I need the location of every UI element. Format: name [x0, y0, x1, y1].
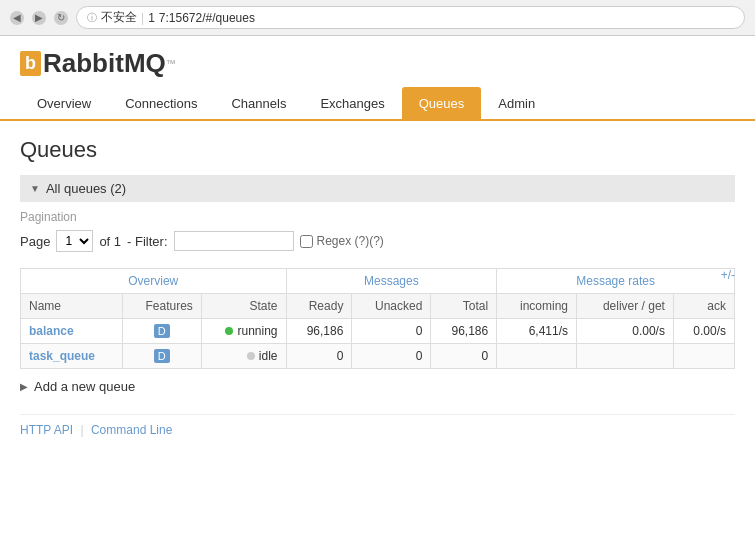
col-header-state: State	[201, 294, 286, 319]
logo-tm: ™	[166, 58, 176, 69]
regex-text: Regex (?)(?)	[317, 234, 384, 248]
security-icon: ⓘ	[87, 11, 97, 25]
plus-minus-toggle[interactable]: +/-	[721, 268, 735, 282]
filter-label: - Filter:	[127, 234, 167, 249]
reload-button[interactable]: ↻	[54, 11, 68, 25]
queue-name[interactable]: task_queue	[21, 344, 123, 369]
queue-features: D	[122, 344, 201, 369]
nav-overview[interactable]: Overview	[20, 87, 108, 119]
queue-ready: 0	[286, 344, 352, 369]
queue-ready: 96,186	[286, 319, 352, 344]
table-row: balance D running 96,186 0 96,186 6,411/…	[21, 319, 735, 344]
col-header-ack: ack	[673, 294, 734, 319]
col-header-total: Total	[431, 294, 497, 319]
col-header-incoming: incoming	[497, 294, 577, 319]
queues-table: Overview Messages Message rates Name Fea…	[20, 268, 735, 369]
col-group-messages: Messages	[286, 269, 497, 294]
status-dot-green	[225, 327, 233, 335]
nav-channels[interactable]: Channels	[214, 87, 303, 119]
queue-total: 0	[431, 344, 497, 369]
back-button[interactable]: ◀	[10, 11, 24, 25]
tab-label: 1	[148, 11, 155, 25]
add-queue-section[interactable]: ▶ Add a new queue	[20, 379, 735, 394]
queue-total: 96,186	[431, 319, 497, 344]
site-header: b RabbitMQ ™ Overview Connections Channe…	[0, 36, 755, 121]
feature-badge: D	[154, 349, 170, 363]
forward-button[interactable]: ▶	[32, 11, 46, 25]
col-group-rates: Message rates	[497, 269, 735, 294]
add-queue-label: Add a new queue	[34, 379, 135, 394]
status-dot-gray	[247, 352, 255, 360]
page-select[interactable]: 1	[56, 230, 93, 252]
queue-features: D	[122, 319, 201, 344]
col-header-deliver: deliver / get	[577, 294, 674, 319]
logo: b RabbitMQ ™	[20, 48, 735, 79]
separator: |	[141, 11, 144, 25]
queue-deliver	[577, 344, 674, 369]
queue-unacked: 0	[352, 344, 431, 369]
add-queue-arrow: ▶	[20, 381, 28, 392]
section-arrow: ▼	[30, 183, 40, 194]
nav-admin[interactable]: Admin	[481, 87, 552, 119]
page-footer: HTTP API | Command Line	[20, 414, 735, 437]
browser-chrome: ◀ ▶ ↻ ⓘ 不安全 | 1 7:15672/#/queues	[0, 0, 755, 36]
address-text: 7:15672/#/queues	[159, 11, 255, 25]
nav-connections[interactable]: Connections	[108, 87, 214, 119]
security-label: 不安全	[101, 9, 137, 26]
queue-state: running	[201, 319, 286, 344]
pagination-label: Pagination	[20, 210, 735, 224]
page-label: Page	[20, 234, 50, 249]
queue-deliver: 0.00/s	[577, 319, 674, 344]
col-header-unacked: Unacked	[352, 294, 431, 319]
queue-ack: 0.00/s	[673, 319, 734, 344]
page-content: Queues ▼ All queues (2) Pagination Page …	[0, 121, 755, 453]
regex-label[interactable]: Regex (?)(?)	[300, 234, 384, 248]
table-row: task_queue D idle 0 0 0	[21, 344, 735, 369]
queue-name[interactable]: balance	[21, 319, 123, 344]
address-bar[interactable]: ⓘ 不安全 | 1 7:15672/#/queues	[76, 6, 745, 29]
pagination-controls: Page 1 of 1 - Filter: Regex (?)(?)	[20, 230, 735, 252]
logo-icon: b	[20, 51, 41, 76]
queue-unacked: 0	[352, 319, 431, 344]
col-header-features: Features	[122, 294, 201, 319]
http-api-link[interactable]: HTTP API	[20, 423, 73, 437]
queue-state: idle	[201, 344, 286, 369]
queue-incoming	[497, 344, 577, 369]
nav-queues[interactable]: Queues	[402, 87, 482, 119]
section-label: All queues (2)	[46, 181, 126, 196]
main-nav: Overview Connections Channels Exchanges …	[20, 87, 735, 119]
queue-ack	[673, 344, 734, 369]
filter-input[interactable]	[174, 231, 294, 251]
col-header-ready: Ready	[286, 294, 352, 319]
footer-separator: |	[80, 423, 83, 437]
command-line-link[interactable]: Command Line	[91, 423, 172, 437]
page-title: Queues	[20, 137, 735, 163]
of-label: of 1	[99, 234, 121, 249]
queue-incoming: 6,411/s	[497, 319, 577, 344]
all-queues-section[interactable]: ▼ All queues (2)	[20, 175, 735, 202]
state-text: running	[237, 324, 277, 338]
state-text: idle	[259, 349, 278, 363]
nav-exchanges[interactable]: Exchanges	[303, 87, 401, 119]
feature-badge: D	[154, 324, 170, 338]
regex-checkbox[interactable]	[300, 235, 313, 248]
logo-text: RabbitMQ	[43, 48, 166, 79]
col-group-overview: Overview	[21, 269, 287, 294]
table-wrapper: +/- Overview Messages Message rates Name…	[20, 268, 735, 369]
col-header-name: Name	[21, 294, 123, 319]
